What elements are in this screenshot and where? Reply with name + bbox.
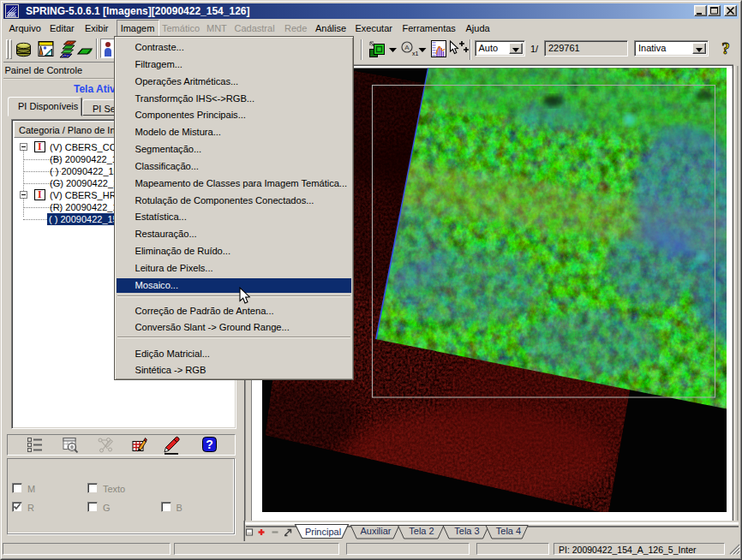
svg-text:x1: x1 xyxy=(412,51,419,57)
svg-text:Tela 3: Tela 3 xyxy=(454,526,479,536)
svg-text:?: ? xyxy=(206,438,213,451)
svg-text:Principal: Principal xyxy=(305,527,341,537)
svg-text:A: A xyxy=(404,44,410,51)
svg-text:?: ? xyxy=(721,39,730,57)
svg-text:Tela 4: Tela 4 xyxy=(496,526,521,536)
svg-text:Tela 2: Tela 2 xyxy=(409,526,434,536)
svg-text:Auxiliar: Auxiliar xyxy=(360,526,391,536)
